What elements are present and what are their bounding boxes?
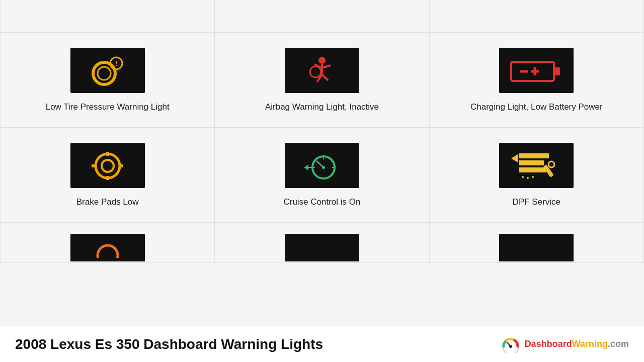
svg-line-7 (322, 65, 331, 68)
svg-point-36 (522, 176, 524, 178)
charging-cell[interactable]: Charging Light, Low Battery Power (430, 33, 644, 128)
partial-cell-2 (215, 223, 429, 263)
low-tire-pressure-cell[interactable]: ! Low Tire Pressure Warning Light (1, 33, 215, 128)
top-cell-2 (215, 0, 429, 33)
svg-point-39 (98, 245, 118, 258)
svg-rect-19 (106, 176, 109, 180)
airbag-icon (285, 48, 359, 93)
svg-rect-33 (519, 167, 546, 172)
svg-rect-32 (519, 160, 544, 165)
svg-point-17 (102, 160, 114, 172)
charging-label: Charging Light, Low Battery Power (470, 102, 603, 112)
partial-row (0, 223, 644, 263)
svg-text:!: ! (115, 59, 117, 67)
brake-pads-label: Brake Pads Low (76, 197, 139, 207)
svg-point-4 (318, 57, 326, 64)
svg-point-35 (548, 161, 554, 167)
svg-line-9 (322, 74, 328, 80)
logo-area: DashboardWarning.com (500, 335, 629, 353)
svg-point-37 (527, 177, 529, 179)
low-tire-label: Low Tire Pressure Warning Light (46, 102, 170, 112)
page-title: 2008 Lexus Es 350 Dashboard Warning Ligh… (15, 336, 323, 352)
svg-rect-20 (92, 164, 96, 167)
dpf-service-cell[interactable]: DPF Service (430, 128, 644, 223)
top-cell-1 (1, 0, 215, 33)
charging-icon (499, 48, 574, 93)
cruise-control-cell[interactable]: Cruise Control is On (215, 128, 429, 223)
svg-rect-31 (519, 153, 549, 158)
dpf-service-label: DPF Service (513, 197, 560, 207)
svg-rect-21 (119, 164, 123, 167)
svg-rect-18 (106, 152, 109, 156)
svg-rect-12 (554, 67, 560, 75)
dpf-service-icon (499, 143, 574, 188)
middle-row: ! Low Tire Pressure Warning Light Airb (0, 33, 644, 128)
lower-row: Brake Pads Low Cruise Contr (0, 128, 644, 223)
top-row (0, 0, 644, 33)
airbag-cell[interactable]: Airbag Warning Light, Inactive (215, 33, 429, 128)
svg-point-29 (322, 166, 325, 169)
brake-pads-cell[interactable]: Brake Pads Low (1, 128, 215, 223)
partial-cell-1 (1, 223, 215, 263)
brake-pads-icon (70, 143, 145, 188)
low-tire-icon: ! (70, 48, 145, 93)
svg-point-0 (93, 62, 115, 84)
svg-point-38 (532, 176, 534, 178)
svg-point-1 (98, 67, 111, 80)
bottom-bar: 2008 Lexus Es 350 Dashboard Warning Ligh… (0, 326, 644, 362)
top-cell-3 (430, 0, 644, 33)
airbag-label: Airbag Warning Light, Inactive (265, 102, 379, 112)
logo-text: DashboardWarning.com (525, 339, 629, 349)
cruise-control-label: Cruise Control is On (283, 197, 360, 207)
partial-cell-3 (430, 223, 644, 263)
svg-point-16 (96, 154, 120, 178)
cruise-control-icon (285, 143, 359, 188)
svg-point-10 (310, 66, 321, 77)
logo-icon (500, 335, 522, 353)
svg-point-42 (509, 345, 512, 348)
